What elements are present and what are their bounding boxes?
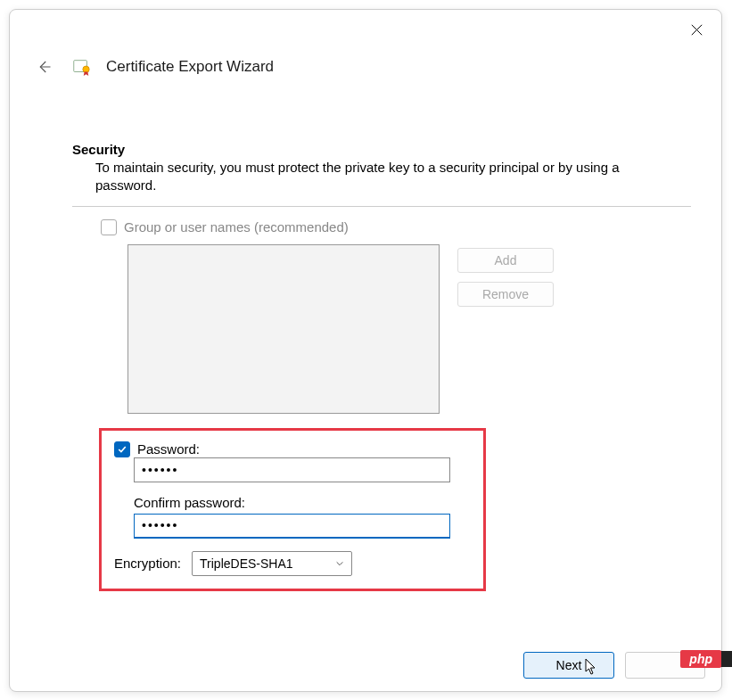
group-names-area: Add Remove: [127, 244, 691, 414]
group-listbox[interactable]: [127, 244, 440, 414]
wizard-footer: Next: [523, 652, 705, 679]
wizard-content: Security To maintain security, you must …: [10, 79, 721, 591]
encryption-value: TripleDES-SHA1: [200, 556, 293, 571]
remove-button[interactable]: Remove: [457, 282, 554, 307]
next-button-label: Next: [556, 658, 582, 672]
encryption-label: Encryption:: [114, 556, 181, 571]
divider: [72, 206, 691, 207]
certificate-icon: [70, 56, 92, 78]
group-checkbox-row: Group or user names (recommended): [101, 219, 691, 235]
group-checkbox-label: Group or user names (recommended): [124, 219, 349, 235]
encryption-select[interactable]: TripleDES-SHA1: [192, 551, 352, 576]
next-button[interactable]: Next: [523, 652, 614, 679]
section-heading: Security: [72, 142, 691, 157]
password-label: Password:: [137, 441, 200, 457]
password-checkbox-row: Password:: [114, 441, 467, 457]
checkmark-icon: [117, 444, 127, 455]
add-button[interactable]: Add: [457, 248, 554, 273]
arrow-left-icon: [36, 59, 52, 75]
back-button[interactable]: [31, 54, 56, 79]
wizard-title: Certificate Export Wizard: [106, 58, 274, 76]
wizard-header: Certificate Export Wizard: [10, 10, 721, 79]
section-description: To maintain security, you must protect t…: [95, 159, 630, 195]
svg-point-4: [83, 66, 89, 72]
confirm-password-label: Confirm password:: [134, 495, 467, 510]
confirm-password-input[interactable]: [134, 514, 450, 539]
wizard-window: Certificate Export Wizard Security To ma…: [9, 9, 722, 692]
list-buttons: Add Remove: [457, 248, 554, 414]
password-input[interactable]: [134, 457, 450, 482]
chevron-down-icon: [335, 559, 344, 568]
close-button[interactable]: [682, 17, 711, 42]
close-icon: [691, 24, 703, 36]
encryption-row: Encryption: TripleDES-SHA1: [114, 551, 467, 576]
password-highlight-box: Password: Confirm password: Encryption: …: [99, 428, 486, 591]
cursor-icon: [585, 658, 599, 676]
group-checkbox[interactable]: [101, 219, 117, 235]
password-checkbox[interactable]: [114, 441, 130, 457]
php-badge: php: [680, 650, 721, 668]
